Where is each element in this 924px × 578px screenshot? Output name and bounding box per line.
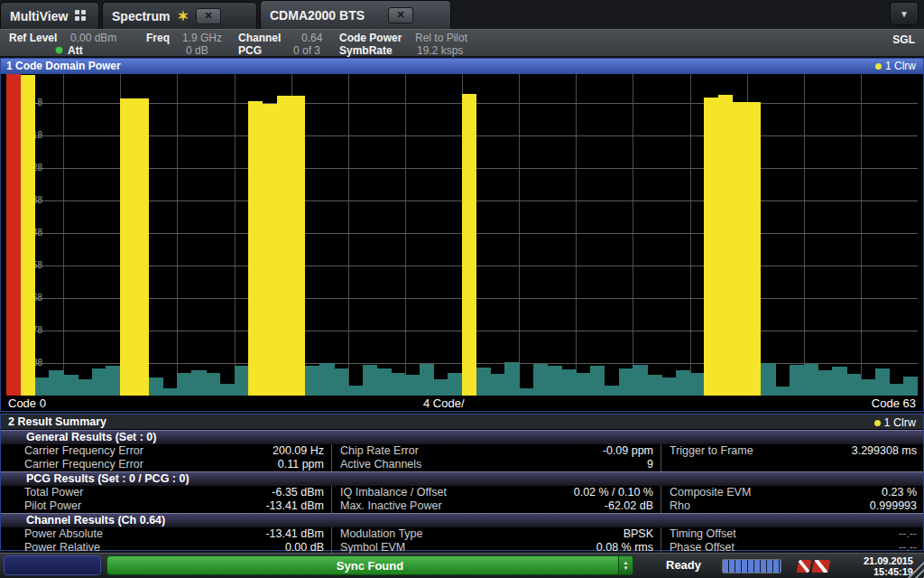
softkey-button[interactable] xyxy=(4,555,101,575)
inactive-code-bar-36 xyxy=(519,388,533,396)
inactive-code-bar-31 xyxy=(448,373,462,396)
inactive-code-bar-35 xyxy=(504,362,519,396)
inactive-code-bar-48 xyxy=(690,373,705,396)
column-divider xyxy=(324,444,340,458)
instrument-screen: MultiView Spectrum ✶ ✕ CDMA2000 BTS ✕ ▼ … xyxy=(0,0,924,578)
inactive-code-bar-56 xyxy=(804,364,818,396)
date-time: 21.09.2015 15:45:19 xyxy=(864,555,913,577)
vertical-gridline xyxy=(235,74,236,396)
date-label: 21.09.2015 xyxy=(864,555,913,566)
inactive-code-bar-25 xyxy=(363,365,377,396)
section-header: General Results (Set : 0) xyxy=(1,430,923,444)
pcg-value[interactable]: 0 of 3 xyxy=(293,44,320,57)
result-value: 0.999993 xyxy=(846,499,917,513)
result-row: Power Absolute-13.41 dBmModulation TypeB… xyxy=(1,527,923,541)
pcg-label[interactable]: PCG xyxy=(238,44,262,57)
inactive-code-bar-12 xyxy=(177,373,191,396)
freq-value[interactable]: 1.9 GHz xyxy=(182,32,222,44)
result-summary-table: General Results (Set : 0)Carrier Frequen… xyxy=(1,430,923,555)
result-value: 200.09 Hz xyxy=(245,444,324,458)
active-code-bar-17 xyxy=(248,101,263,396)
tab-spectrum-close-icon[interactable]: ✕ xyxy=(196,8,221,24)
chart-x-axis: Code 0 4 Code/ Code 63 xyxy=(1,396,923,412)
column-divider xyxy=(653,444,670,458)
column-divider xyxy=(653,527,670,541)
column-divider xyxy=(324,527,340,541)
measurement-progress-bar xyxy=(722,559,781,573)
channel-label[interactable]: Channel xyxy=(238,32,281,44)
inactive-code-bar-2 xyxy=(35,378,50,396)
sync-bar-spinner[interactable]: ▲▼ xyxy=(618,556,633,574)
result-value: 0.11 ppm xyxy=(245,458,324,471)
vertical-gridline xyxy=(804,74,805,396)
inactive-code-bar-54 xyxy=(775,387,790,396)
tab-list-dropdown-button[interactable]: ▼ xyxy=(890,2,919,25)
status-bar: Sync Found ▲▼ Ready 21.09.2015 15:45:19 xyxy=(0,553,924,578)
freq-label[interactable]: Freq xyxy=(146,32,170,44)
column-divider xyxy=(324,499,340,513)
inactive-code-bar-26 xyxy=(376,368,391,396)
inactive-code-bar-10 xyxy=(149,378,163,396)
vertical-gridline xyxy=(861,74,862,396)
result-label: Chip Rate Error xyxy=(340,444,526,458)
inactive-code-bar-59 xyxy=(846,374,861,396)
tab-cdma2000-label: CDMA2000 BTS xyxy=(270,8,365,23)
active-code-bar-18 xyxy=(263,104,277,396)
inactive-code-bar-7 xyxy=(106,366,120,396)
tab-cdma2000-close-icon[interactable]: ✕ xyxy=(388,7,413,23)
trace-badge: 1 Clrw xyxy=(875,59,916,73)
active-code-bar-50 xyxy=(718,95,733,396)
code-power-label[interactable]: Code Power xyxy=(339,32,402,44)
inactive-code-bar-53 xyxy=(761,363,775,396)
inactive-code-bar-55 xyxy=(790,365,804,396)
tab-spectrum-label: Spectrum xyxy=(112,9,171,23)
inactive-code-bar-63 xyxy=(903,377,918,396)
inactive-code-bar-21 xyxy=(305,366,319,396)
section-header: PCG Results (Set : 0 / PCG : 0) xyxy=(1,471,923,486)
chart-window-title: 1 Code Domain Power xyxy=(6,60,121,72)
tab-multiview[interactable]: MultiView xyxy=(0,2,99,29)
inactive-code-bar-41 xyxy=(590,366,605,396)
remote-error-icon xyxy=(797,560,834,573)
tab-spectrum[interactable]: Spectrum ✶ ✕ xyxy=(102,2,257,29)
result-value: 0.23 % xyxy=(846,486,917,499)
result-value: --.-- xyxy=(846,527,917,541)
result-label: IQ Imbalance / Offset xyxy=(340,486,526,499)
result-label: Pilot Power xyxy=(24,499,245,513)
inactive-code-bar-34 xyxy=(491,374,505,396)
symbrate-value[interactable]: 19.2 ksps xyxy=(417,44,463,57)
channel-value[interactable]: 0.64 xyxy=(301,32,322,44)
result-label: Total Power xyxy=(24,486,245,499)
inactive-code-bar-14 xyxy=(206,373,220,396)
att-value[interactable]: 0 dB xyxy=(186,44,208,57)
sync-status-label: Sync Found xyxy=(337,559,403,573)
result-row: Carrier Frequency Error200.09 HzChip Rat… xyxy=(1,444,923,458)
inactive-code-bar-58 xyxy=(832,367,846,396)
result-value: -62.02 dB xyxy=(526,499,653,513)
att-label[interactable]: Att xyxy=(68,44,83,57)
result-label: Composite EVM xyxy=(670,486,846,499)
symbrate-label[interactable]: SymbRate xyxy=(339,44,393,57)
sync-status-bar: Sync Found ▲▼ xyxy=(106,555,633,575)
inactive-code-bar-61 xyxy=(875,368,890,396)
inactive-code-bar-40 xyxy=(576,373,590,396)
result-label: Carrier Frequency Error xyxy=(24,458,245,471)
result-value xyxy=(846,458,917,471)
inactive-code-bar-15 xyxy=(220,384,235,396)
inactive-code-bar-29 xyxy=(420,364,434,396)
result-value: -6.35 dBm xyxy=(245,486,324,499)
ref-level-label[interactable]: Ref Level xyxy=(9,32,57,44)
inactive-code-bar-13 xyxy=(191,370,206,396)
vertical-gridline xyxy=(519,74,520,396)
x-axis-right-label: Code 63 xyxy=(872,396,916,410)
inactive-code-bar-30 xyxy=(433,379,448,396)
vertical-gridline xyxy=(348,74,349,396)
code-power-value[interactable]: Rel to Pilot xyxy=(415,32,467,44)
x-axis-left-label: Code 0 xyxy=(8,396,46,410)
inactive-code-bar-33 xyxy=(476,368,491,396)
inactive-code-bar-16 xyxy=(235,366,249,396)
ref-level-value[interactable]: 0.00 dBm xyxy=(70,32,116,44)
inactive-code-bar-11 xyxy=(163,388,178,396)
result-value: -13.41 dBm xyxy=(245,527,324,541)
tab-cdma2000-bts[interactable]: CDMA2000 BTS ✕ xyxy=(260,0,451,29)
